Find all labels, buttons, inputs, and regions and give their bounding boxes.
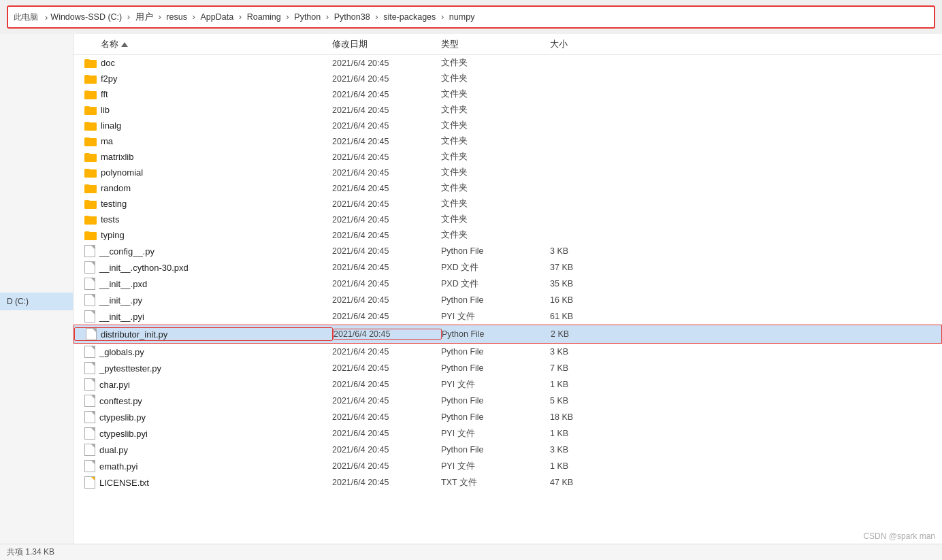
breadcrumb-sep-4: › [284,12,292,22]
breadcrumb-item-3[interactable]: AppData [200,12,233,22]
table-row[interactable]: __init__.cython-30.pxd2021/6/4 20:45PXD … [74,259,942,276]
file-type-cell: Python File [442,329,551,339]
file-name-text: ctypeslib.pyi [99,429,148,439]
folder-icon [84,214,97,225]
table-row[interactable]: random2021/6/4 20:45文件夹 [74,180,942,196]
file-type-cell: Python File [441,295,550,305]
file-date-cell: 2021/6/4 20:45 [332,347,441,357]
breadcrumb-item-4[interactable]: Roaming [247,12,281,22]
col-header-name[interactable]: 名称 [74,38,332,50]
table-row[interactable]: _globals.py2021/6/4 20:45Python File3 KB [74,344,942,360]
table-row[interactable]: _pytesttester.py2021/6/4 20:45Python Fil… [74,360,942,376]
table-row[interactable]: polynomial2021/6/4 20:45文件夹 [74,165,942,180]
file-name-text: __init__.py [99,295,142,306]
folder-icon [84,167,97,178]
table-row[interactable]: f2py2021/6/4 20:45文件夹 [74,71,942,86]
folder-icon [84,152,97,162]
file-name-cell: polynomial [74,167,332,178]
table-row[interactable]: __config__.py2021/6/4 20:45Python File3 … [74,243,942,259]
file-type-cell: 文件夹 [441,104,550,116]
breadcrumb-bar: 此电脑 › Windows-SSD (C:) › 用户 › resus › Ap… [7,5,935,29]
file-name-text: _pytesttester.py [99,363,161,374]
file-date-cell: 2021/6/4 20:45 [332,90,441,99]
table-row[interactable]: fft2021/6/4 20:45文件夹 [74,86,942,102]
breadcrumb-item-1[interactable]: 用户 [135,12,153,22]
generic-file-icon [84,278,95,290]
file-name-text: ma [101,136,113,146]
table-row[interactable]: conftest.py2021/6/4 20:45Python File5 KB [74,393,942,409]
file-name-text: fft [101,89,108,99]
file-name-cell: LICENSE.txt [74,476,332,489]
table-row[interactable]: __init__.pxd2021/6/4 20:45PXD 文件35 KB [74,276,942,292]
file-name-cell: lib [74,105,332,115]
file-name-text: linalg [101,120,121,131]
file-type-cell: 文件夹 [441,229,550,241]
table-row[interactable]: ctypeslib.py2021/6/4 20:45Python File18 … [74,409,942,425]
breadcrumb-item-8[interactable]: numpy [449,12,475,22]
col-header-size[interactable]: 大小 [550,38,618,50]
file-name-text: tests [101,214,119,225]
table-row[interactable]: LICENSE.txt2021/6/4 20:45TXT 文件47 KB [74,474,942,491]
breadcrumb-item-6[interactable]: Python38 [334,12,370,22]
file-type-cell: 文件夹 [441,167,550,178]
breadcrumb-sep-1: › [156,12,164,22]
file-date-cell: 2021/6/4 20:45 [332,478,441,487]
file-size-cell: 3 KB [550,246,618,256]
breadcrumb-prefix: 此电脑 [14,12,38,23]
breadcrumb-item-7[interactable]: site-packages [383,12,436,22]
file-name-cell: tests [74,214,332,225]
file-type-cell: 文件夹 [441,120,550,131]
file-size-cell: 1 KB [550,429,618,438]
file-name-text: _globals.py [99,347,144,357]
file-name-text: matrixlib [101,152,133,162]
file-date-cell: 2021/6/4 20:45 [332,215,441,225]
table-row[interactable]: linalg2021/6/4 20:45文件夹 [74,118,942,133]
file-name-text: emath.pyi [99,461,137,472]
left-panel-item-c[interactable]: D (C:) [0,293,73,310]
table-row[interactable]: char.pyi2021/6/4 20:45PYI 文件1 KB [74,376,942,393]
table-row[interactable]: doc2021/6/4 20:45文件夹 [74,55,942,71]
col-header-type[interactable]: 类型 [441,38,550,50]
left-panel: D (C:) [0,34,74,560]
file-name-text: random [101,183,131,193]
table-row[interactable]: lib2021/6/4 20:45文件夹 [74,102,942,118]
table-row[interactable]: testing2021/6/4 20:45文件夹 [74,196,942,212]
file-name-text: doc [101,58,115,68]
file-name-text: ctypeslib.py [99,412,146,423]
generic-file-icon [84,427,95,440]
column-header-row: 名称 修改日期 类型 大小 [74,34,942,55]
file-name-text: conftest.py [99,396,142,406]
file-date-cell: 2021/6/4 20:45 [332,380,441,389]
file-size-cell: 37 KB [550,263,618,272]
breadcrumb-sep-0: › [125,12,133,22]
python-file-icon [84,346,95,358]
file-name-cell: testing [74,199,332,209]
file-date-cell: 2021/6/4 20:45 [332,137,441,146]
table-row[interactable]: emath.pyi2021/6/4 20:45PYI 文件1 KB [74,458,942,474]
file-size-cell: 16 KB [550,295,618,305]
breadcrumb-item-2[interactable]: resus [166,12,187,22]
table-row[interactable]: __init__.py2021/6/4 20:45Python File16 K… [74,292,942,308]
file-name-cell: _pytesttester.py [74,362,332,374]
file-type-cell: 文件夹 [441,57,550,69]
table-row[interactable]: tests2021/6/4 20:45文件夹 [74,212,942,227]
file-type-cell: Python File [441,412,550,422]
file-size-cell: 2 KB [551,329,619,339]
file-date-cell: 2021/6/4 20:45 [332,246,441,256]
table-row[interactable]: dual.py2021/6/4 20:45Python File3 KB [74,442,942,458]
file-date-cell: 2021/6/4 20:45 [332,445,441,455]
col-header-date[interactable]: 修改日期 [332,38,441,50]
breadcrumb-item-0[interactable]: Windows-SSD (C:) [50,12,122,22]
file-name-cell: __config__.py [74,245,332,257]
file-type-cell: PYI 文件 [441,311,550,323]
table-row[interactable]: matrixlib2021/6/4 20:45文件夹 [74,149,942,165]
breadcrumb-path[interactable]: Windows-SSD (C:) › 用户 › resus › AppData … [50,12,474,23]
file-date-cell: 2021/6/4 20:45 [332,74,441,84]
table-row[interactable]: distributor_init.py2021/6/4 20:45Python … [74,325,942,344]
table-row[interactable]: ctypeslib.pyi2021/6/4 20:45PYI 文件1 KB [74,425,942,442]
breadcrumb-item-5[interactable]: Python [294,12,321,22]
table-row[interactable]: ma2021/6/4 20:45文件夹 [74,133,942,149]
table-row[interactable]: typing2021/6/4 20:45文件夹 [74,227,942,243]
table-row[interactable]: __init__.pyi2021/6/4 20:45PYI 文件61 KB [74,308,942,325]
file-name-text: f2py [101,73,118,84]
